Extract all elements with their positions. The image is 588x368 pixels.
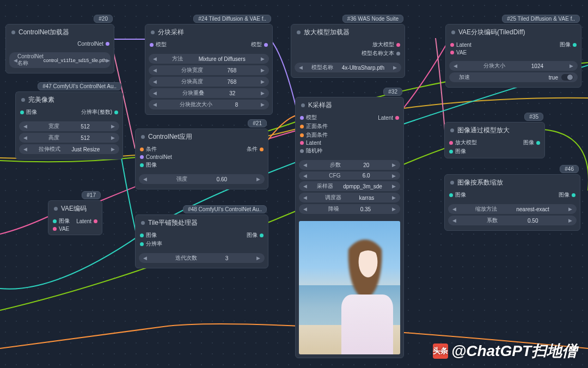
widget-width[interactable]: ◀宽度512▶: [19, 121, 119, 131]
node-title: VAE分块编码(TiledDiff): [446, 24, 581, 39]
widget-height[interactable]: ◀高度512▶: [19, 133, 119, 143]
port-out-upscale-model[interactable]: 放大模型: [372, 41, 400, 48]
port-out-controlnet[interactable]: ControlNet: [77, 41, 109, 47]
node-image-scale-by-factor[interactable]: #46 图像按系数缩放 图像图像 ◀缩放方法nearest-exact▶ ◀系数…: [444, 174, 580, 231]
port-out-model-name-text[interactable]: 模型名称文本: [362, 50, 400, 57]
watermark: 头条 @ChatGPT扫地僧: [433, 341, 577, 361]
chevron-left-icon: ◀: [14, 58, 17, 63]
port-in-vae[interactable]: VAE: [53, 226, 69, 232]
widget-cfg[interactable]: ◀CFG6.0▶: [299, 171, 400, 180]
node-title: 图像通过模型放大: [445, 122, 544, 137]
node-badge: #35: [524, 113, 543, 121]
widget-tile-batch[interactable]: ◀分块批次大小8▶: [149, 100, 269, 109]
port-in-latent[interactable]: Latent: [300, 140, 321, 146]
node-title: 放大模型加载器: [291, 24, 405, 39]
port-out-image[interactable]: 图像: [560, 41, 577, 48]
widget-controlnet-name[interactable]: ◀ ControlNet名称 control_v11f1e_sd15_tile.…: [9, 52, 111, 68]
port-in-image[interactable]: 图像: [449, 148, 466, 155]
port-in-image[interactable]: 图像: [140, 231, 157, 239]
widget-steps[interactable]: ◀步数20▶: [299, 160, 400, 170]
node-ksampler[interactable]: #32 K采样器 模型Latent 正面条件 负面条件 Latent 随机种 ◀…: [295, 97, 404, 358]
node-title: 完美像素: [16, 92, 122, 107]
port-in-controlnet[interactable]: ControlNet: [140, 154, 172, 160]
node-title: K采样器: [296, 97, 403, 112]
port-in-negative[interactable]: 负面条件: [300, 131, 328, 139]
widget-resize-mode[interactable]: ◀拉伸模式Just Resize▶: [19, 144, 119, 154]
node-badge: #48 ComfyUI's ControlNet Au..: [183, 205, 267, 213]
port-in-model[interactable]: 模型: [150, 41, 167, 48]
node-title: 图像按系数缩放: [445, 175, 580, 189]
port-out-model[interactable]: 模型: [251, 41, 268, 48]
port-out-image[interactable]: 图像: [523, 139, 540, 146]
node-badge: #25 Tiled Diffusion & VAE f..: [502, 15, 580, 23]
port-in-model[interactable]: 模型: [300, 114, 317, 121]
port-in-image[interactable]: 图像: [449, 191, 466, 199]
node-badge: #47 ComfyUI's ControlNet Au..: [38, 82, 121, 90]
node-tile-preprocessor[interactable]: #48 ComfyUI's ControlNet Au.. Tile平铺预处理器…: [135, 214, 268, 268]
port-in-image[interactable]: 图像: [53, 217, 70, 225]
node-badge: #36 WAS Node Suite: [342, 15, 403, 23]
node-badge: #20: [94, 15, 113, 23]
port-out-latent[interactable]: Latent: [76, 218, 97, 224]
widget-tile-width[interactable]: ◀分块宽度768▶: [149, 65, 269, 75]
widget-scale-method[interactable]: ◀缩放方法nearest-exact▶: [448, 204, 577, 214]
toggle-icon: [561, 74, 573, 81]
widget-tile-size[interactable]: ◀分块大小1024▶: [449, 61, 578, 71]
node-badge: #32: [383, 88, 402, 96]
port-in-resolution[interactable]: 分辨率: [140, 240, 162, 248]
port-in-positive[interactable]: 正面条件: [300, 122, 328, 130]
node-controlnet-apply[interactable]: #21 ControlNet应用 条件条件 ControlNet 图像 ◀强度0…: [135, 128, 268, 189]
node-vae-encode[interactable]: #17 VAE编码 图像Latent VAE: [48, 200, 102, 235]
node-upscale-model-loader[interactable]: #36 WAS Node Suite 放大模型加载器 放大模型 模型名称文本 ◀…: [291, 24, 405, 78]
port-in-latent[interactable]: Latent: [450, 42, 471, 48]
node-image-upscale-by-model[interactable]: #35 图像通过模型放大 放大模型图像 图像: [444, 122, 545, 158]
node-tiled-sampling[interactable]: #24 Tiled Diffusion & VAE f.. 分块采样 模型模型 …: [145, 24, 273, 115]
port-in-image[interactable]: 图像: [20, 108, 37, 116]
port-out-condition[interactable]: 条件: [247, 145, 264, 153]
node-badge: #17: [82, 191, 101, 199]
widget-tile-height[interactable]: ◀分块高度768▶: [149, 77, 269, 87]
port-out-image[interactable]: 图像: [559, 191, 575, 199]
port-in-image[interactable]: 图像: [140, 161, 157, 169]
logo-icon: 头条: [433, 344, 448, 359]
preview-image: [299, 221, 400, 354]
widget-strength[interactable]: ◀强度0.60▶: [139, 174, 265, 184]
widget-factor[interactable]: ◀系数0.50▶: [448, 216, 577, 225]
widget-fast[interactable]: 加速true: [449, 72, 578, 82]
node-title: ControlNet加载器: [6, 24, 114, 39]
node-title: VAE编码: [48, 201, 102, 216]
port-in-upscale-model[interactable]: 放大模型: [449, 139, 477, 146]
widget-denoise[interactable]: ◀降噪0.35▶: [299, 204, 400, 214]
widget-scheduler[interactable]: ◀调度器karras▶: [299, 193, 400, 203]
port-in-seed[interactable]: 随机种: [300, 147, 322, 155]
node-title: Tile平铺预处理器: [136, 215, 268, 230]
port-in-condition[interactable]: 条件: [140, 145, 157, 153]
widget-sampler[interactable]: ◀采样器dpmpp_3m_sde▶: [299, 181, 400, 191]
widget-model-name[interactable]: ◀模型名称4x-UltraSharp.pth▶: [295, 63, 401, 72]
chevron-right-icon: ▶: [106, 58, 110, 63]
widget-tile-overlap[interactable]: ◀分块重叠32▶: [149, 88, 269, 98]
port-in-vae[interactable]: VAE: [450, 50, 467, 56]
port-out-latent[interactable]: Latent: [378, 115, 399, 121]
node-title: ControlNet应用: [136, 129, 268, 144]
watermark-author: @ChatGPT扫地僧: [451, 341, 577, 361]
node-badge: #21: [248, 119, 267, 127]
node-title: 分块采样: [145, 24, 272, 39]
node-badge: #46: [560, 165, 579, 173]
node-controlnet-loader[interactable]: #20 ControlNet加载器 ControlNet ◀ ControlNe…: [5, 24, 114, 73]
node-vae-tiled-encode[interactable]: #25 Tiled Diffusion & VAE f.. VAE分块编码(Ti…: [445, 24, 581, 88]
port-out-resolution[interactable]: 分辨率(整数): [81, 108, 118, 116]
node-perfect-pixel[interactable]: #47 ComfyUI's ControlNet Au.. 完美像素 图像 分辨…: [15, 91, 123, 160]
node-badge: #24 Tiled Diffusion & VAE f..: [193, 15, 271, 23]
widget-iterations[interactable]: ◀迭代次数3▶: [139, 253, 265, 263]
port-out-image[interactable]: 图像: [247, 231, 264, 239]
widget-method[interactable]: ◀方法Mixture of Diffusers▶: [149, 54, 269, 64]
